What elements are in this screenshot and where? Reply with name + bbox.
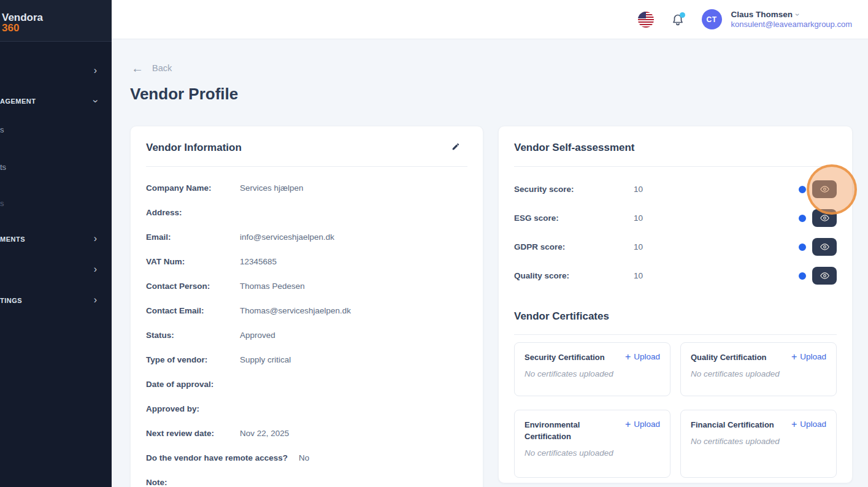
field-value: No xyxy=(299,453,309,462)
field-company-name: Company Name: Services hjælpen xyxy=(146,175,467,200)
plus-icon: + xyxy=(625,420,631,429)
upload-environmental-cert-button[interactable]: + Upload xyxy=(625,420,660,429)
cert-status: No certificates uploaded xyxy=(524,369,660,378)
pencil-icon xyxy=(451,142,460,151)
field-date-of-approval: Date of approval: xyxy=(146,372,467,396)
field-address: Address: xyxy=(146,200,467,224)
cert-status: No certificates uploaded xyxy=(691,437,826,446)
upload-label: Upload xyxy=(800,352,826,361)
notifications-button[interactable] xyxy=(670,12,685,27)
chevron-right-icon: › xyxy=(94,295,97,305)
plus-icon: + xyxy=(791,420,797,429)
back-button[interactable]: ← Back xyxy=(131,63,172,74)
field-value: info@serviceshjaelpen.dk xyxy=(240,232,334,242)
plus-icon: + xyxy=(791,353,797,361)
view-esg-score-button[interactable] xyxy=(812,209,837,227)
field-contact-email: Contact Email: Thomas@serviceshjaelpen.d… xyxy=(146,298,467,323)
cert-box-security: Security Certification + Upload No certi… xyxy=(514,342,670,396)
app-logo[interactable]: Vendora 360 xyxy=(0,0,112,42)
field-next-review-date: Next review date: Nov 22, 2025 xyxy=(146,421,467,445)
field-value: Nov 22, 2025 xyxy=(240,429,289,438)
back-label: Back xyxy=(152,63,172,73)
field-label: VAT Num: xyxy=(146,257,229,266)
self-assessment-title: Vendor Self-assessment xyxy=(514,140,837,156)
sidebar-item-1[interactable]: › xyxy=(0,64,112,79)
eye-icon xyxy=(820,213,830,223)
cert-status: No certificates uploaded xyxy=(524,448,660,458)
sidebar: Vendora 360 › AGEMENT › s ts s MENTS › › xyxy=(0,0,112,487)
score-ring-icon[interactable] xyxy=(799,272,806,280)
upload-quality-cert-button[interactable]: + Upload xyxy=(791,352,826,361)
score-label: Security score: xyxy=(514,185,634,194)
view-quality-score-button[interactable] xyxy=(812,267,837,285)
field-email: Email: info@serviceshjaelpen.dk xyxy=(146,224,467,249)
upload-financial-cert-button[interactable]: + Upload xyxy=(791,420,826,429)
field-value: Thomas Pedesen xyxy=(240,282,305,291)
sidebar-subitem-3[interactable]: s xyxy=(0,196,112,210)
field-note: Note: xyxy=(146,470,467,487)
chevron-down-icon: › xyxy=(793,13,802,15)
cert-name: Quality Certification xyxy=(691,351,767,363)
upload-label: Upload xyxy=(800,420,826,429)
sidebar-item-2[interactable]: › xyxy=(0,263,112,277)
sidebar-subitem-1[interactable]: s xyxy=(0,122,112,137)
field-label: Note: xyxy=(146,478,229,487)
field-contact-person: Contact Person: Thomas Pedesen xyxy=(146,274,467,298)
sidebar-item-label: AGEMENT xyxy=(0,98,36,105)
chevron-down-icon: › xyxy=(90,99,100,102)
score-ring-icon[interactable] xyxy=(799,186,806,193)
field-value: 12345685 xyxy=(240,257,277,266)
eye-icon xyxy=(820,242,830,252)
sidebar-item-tings[interactable]: TINGS › xyxy=(0,293,112,308)
language-flag-icon[interactable] xyxy=(638,12,654,28)
cert-name: Environmental Certification xyxy=(524,419,616,442)
score-row-security: Security score: 10 xyxy=(514,175,837,204)
field-label: Contact Email: xyxy=(146,306,229,315)
score-value: 10 xyxy=(634,242,643,251)
score-ring-icon[interactable] xyxy=(799,244,806,251)
field-label: Approved by: xyxy=(146,404,229,413)
field-label: Date of approval: xyxy=(146,380,229,389)
field-approved-by: Approved by: xyxy=(146,396,467,421)
cert-box-financial: Financial Certification + Upload No cert… xyxy=(680,410,837,478)
avatar[interactable]: CT xyxy=(702,9,722,29)
sidebar-item-label: TINGS xyxy=(0,297,22,304)
score-row-esg: ESG score: 10 xyxy=(514,204,837,232)
score-row-gdpr: GDPR score: 10 xyxy=(514,232,837,261)
field-label: Do the vendor have remote access? xyxy=(146,453,288,462)
user-name: Claus Thomsen xyxy=(731,10,793,20)
edit-vendor-button[interactable] xyxy=(451,142,460,153)
upload-label: Upload xyxy=(634,420,660,429)
sidebar-item-label: MENTS xyxy=(0,236,25,243)
score-ring-icon[interactable] xyxy=(799,215,806,222)
field-vat-num: VAT Num: 12345685 xyxy=(146,249,467,274)
field-value: Approved xyxy=(240,331,275,340)
score-row-quality: Quality score: 10 xyxy=(514,261,837,290)
vendor-certificates-title: Vendor Certificates xyxy=(514,309,837,324)
vendor-information-title: Vendor Information xyxy=(146,140,242,156)
sidebar-item-label: ts xyxy=(0,163,6,172)
score-value: 10 xyxy=(634,271,643,280)
vendor-information-card: Vendor Information Company Name: Service… xyxy=(130,126,483,487)
notification-dot xyxy=(680,12,685,18)
cert-box-quality: Quality Certification + Upload No certif… xyxy=(680,342,837,396)
field-value: Supply critical xyxy=(240,355,291,364)
sidebar-subitem-2[interactable]: ts xyxy=(0,159,112,174)
user-menu[interactable]: Claus Thomsen › konsulent@leaveamarkgrou… xyxy=(731,10,852,29)
cert-status: No certificates uploaded xyxy=(691,369,826,378)
sidebar-item-ments[interactable]: MENTS › xyxy=(0,232,112,247)
back-arrow-icon: ← xyxy=(131,63,144,74)
field-label: Company Name: xyxy=(146,183,229,193)
sidebar-item-management[interactable]: AGEMENT › xyxy=(0,94,112,109)
self-assessment-card: Vendor Self-assessment Security score: 1… xyxy=(498,126,853,483)
field-remote-access: Do the vendor have remote access? No xyxy=(146,445,467,470)
field-label: Next review date: xyxy=(146,429,229,438)
certificates-grid: Security Certification + Upload No certi… xyxy=(514,342,837,478)
view-gdpr-score-button[interactable] xyxy=(812,238,837,256)
field-status: Status: Approved xyxy=(146,323,467,347)
score-value: 10 xyxy=(634,185,643,194)
view-security-score-button[interactable] xyxy=(812,180,837,198)
upload-security-cert-button[interactable]: + Upload xyxy=(625,352,660,361)
cert-name: Security Certification xyxy=(524,351,605,363)
score-label: Quality score: xyxy=(514,271,634,280)
